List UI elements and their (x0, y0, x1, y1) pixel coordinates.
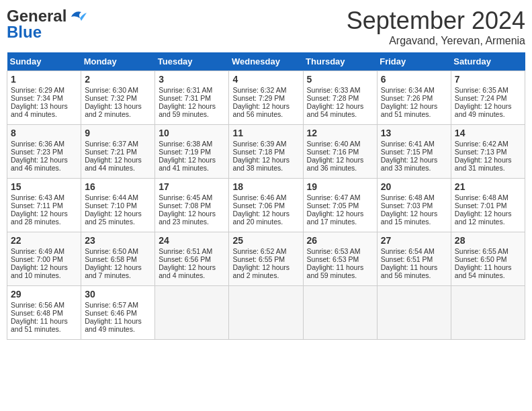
sunset-text: Sunset: 7:13 PM (455, 148, 507, 156)
sunrise-text: Sunrise: 6:29 AM (11, 86, 64, 94)
day-number: 3 (159, 74, 225, 85)
day-number: 20 (381, 181, 447, 192)
day-number: 10 (159, 128, 225, 138)
calendar-cell: 19Sunrise: 6:47 AMSunset: 7:05 PMDayligh… (303, 179, 377, 232)
calendar-cell: 9Sunrise: 6:37 AMSunset: 7:21 PMDaylight… (81, 125, 155, 179)
calendar-cell: 27Sunrise: 6:54 AMSunset: 6:51 PMDayligh… (377, 232, 451, 286)
calendar-week-row: 29Sunrise: 6:56 AMSunset: 6:48 PMDayligh… (7, 286, 525, 340)
sunrise-text: Sunrise: 6:38 AM (159, 140, 212, 148)
sunset-text: Sunset: 7:34 PM (11, 94, 63, 102)
day-number: 18 (232, 181, 299, 192)
sunrise-text: Sunrise: 6:39 AM (232, 140, 286, 148)
sunrise-text: Sunrise: 6:42 AM (455, 140, 508, 148)
calendar-cell: 14Sunrise: 6:42 AMSunset: 7:13 PMDayligh… (451, 125, 525, 179)
calendar-cell: 7Sunrise: 6:35 AMSunset: 7:24 PMDaylight… (451, 71, 525, 125)
sunrise-text: Sunrise: 6:40 AM (307, 140, 361, 148)
calendar-cell: 12Sunrise: 6:40 AMSunset: 7:16 PMDayligh… (303, 125, 377, 179)
calendar-cell: 26Sunrise: 6:53 AMSunset: 6:53 PMDayligh… (303, 232, 377, 286)
sunrise-text: Sunrise: 6:37 AM (85, 140, 138, 148)
sunset-text: Sunset: 7:23 PM (11, 148, 63, 156)
sunset-text: Sunset: 7:00 PM (11, 255, 63, 263)
day-number: 23 (85, 235, 151, 246)
sunrise-text: Sunrise: 6:31 AM (159, 86, 212, 94)
day-number: 8 (11, 128, 77, 138)
calendar-cell: 10Sunrise: 6:38 AMSunset: 7:19 PMDayligh… (155, 125, 229, 179)
page-header: General Blue September 2024 Argavand, Ye… (7, 7, 525, 47)
sunset-text: Sunset: 7:28 PM (307, 94, 359, 102)
calendar-cell: 8Sunrise: 6:36 AMSunset: 7:23 PMDaylight… (7, 125, 81, 179)
day-number: 27 (381, 235, 447, 246)
header-monday: Monday (81, 52, 155, 71)
daylight-text: Daylight: 12 hours and 46 minutes. (11, 156, 68, 172)
sunset-text: Sunset: 7:24 PM (455, 94, 507, 102)
sunrise-text: Sunrise: 6:46 AM (232, 193, 286, 201)
calendar-cell: 21Sunrise: 6:48 AMSunset: 7:01 PMDayligh… (451, 179, 525, 232)
day-number: 24 (159, 235, 225, 246)
calendar-cell: 20Sunrise: 6:48 AMSunset: 7:03 PMDayligh… (377, 179, 451, 232)
calendar-week-row: 1Sunrise: 6:29 AMSunset: 7:34 PMDaylight… (7, 71, 525, 125)
daylight-text: Daylight: 12 hours and 28 minutes. (11, 210, 68, 226)
daylight-text: Daylight: 11 hours and 51 minutes. (11, 317, 68, 333)
sunset-text: Sunset: 6:50 PM (455, 255, 507, 263)
day-number: 11 (232, 128, 299, 138)
daylight-text: Daylight: 12 hours and 4 minutes. (159, 263, 216, 279)
sunrise-text: Sunrise: 6:35 AM (455, 86, 508, 94)
daylight-text: Daylight: 12 hours and 54 minutes. (307, 102, 364, 118)
day-number: 4 (232, 74, 299, 85)
sunset-text: Sunset: 7:06 PM (232, 201, 285, 210)
header-tuesday: Tuesday (155, 52, 229, 71)
sunset-text: Sunset: 7:08 PM (159, 201, 211, 210)
daylight-text: Daylight: 12 hours and 23 minutes. (159, 210, 216, 226)
day-number: 2 (85, 74, 151, 85)
sunset-text: Sunset: 7:21 PM (85, 148, 137, 156)
calendar-cell: 22Sunrise: 6:49 AMSunset: 7:00 PMDayligh… (7, 232, 81, 286)
calendar-header-row: SundayMondayTuesdayWednesdayThursdayFrid… (7, 52, 525, 71)
calendar-cell: 3Sunrise: 6:31 AMSunset: 7:31 PMDaylight… (155, 71, 229, 125)
day-number: 12 (307, 128, 373, 138)
daylight-text: Daylight: 11 hours and 56 minutes. (381, 263, 438, 279)
calendar-week-row: 22Sunrise: 6:49 AMSunset: 7:00 PMDayligh… (7, 232, 525, 286)
daylight-text: Daylight: 12 hours and 15 minutes. (381, 210, 438, 226)
daylight-text: Daylight: 12 hours and 41 minutes. (159, 156, 216, 172)
sunrise-text: Sunrise: 6:53 AM (307, 247, 361, 255)
daylight-text: Daylight: 13 hours and 2 minutes. (85, 102, 142, 118)
day-number: 29 (11, 289, 77, 300)
sunset-text: Sunset: 7:03 PM (381, 201, 433, 210)
sunrise-text: Sunrise: 6:51 AM (159, 247, 212, 255)
sunset-text: Sunset: 7:29 PM (232, 94, 285, 102)
daylight-text: Daylight: 11 hours and 54 minutes. (455, 263, 512, 279)
daylight-text: Daylight: 11 hours and 49 minutes. (85, 317, 142, 333)
calendar-cell: 11Sunrise: 6:39 AMSunset: 7:18 PMDayligh… (229, 125, 303, 179)
calendar-cell (377, 286, 451, 340)
daylight-text: Daylight: 12 hours and 56 minutes. (232, 102, 290, 118)
sunrise-text: Sunrise: 6:52 AM (232, 247, 286, 255)
calendar-cell: 4Sunrise: 6:32 AMSunset: 7:29 PMDaylight… (229, 71, 303, 125)
sunrise-text: Sunrise: 6:43 AM (11, 193, 64, 201)
sunset-text: Sunset: 7:10 PM (85, 201, 137, 210)
header-saturday: Saturday (451, 52, 525, 71)
daylight-text: Daylight: 12 hours and 25 minutes. (85, 210, 142, 226)
daylight-text: Daylight: 12 hours and 44 minutes. (85, 156, 142, 172)
sunset-text: Sunset: 6:58 PM (85, 255, 137, 263)
day-number: 15 (11, 181, 77, 192)
sunrise-text: Sunrise: 6:49 AM (11, 247, 64, 255)
header-wednesday: Wednesday (229, 52, 303, 71)
daylight-text: Daylight: 12 hours and 31 minutes. (455, 156, 512, 172)
sunrise-text: Sunrise: 6:57 AM (85, 301, 138, 309)
daylight-text: Daylight: 12 hours and 10 minutes. (11, 263, 68, 279)
day-number: 21 (455, 181, 521, 192)
daylight-text: Daylight: 11 hours and 59 minutes. (307, 263, 364, 279)
calendar-cell: 24Sunrise: 6:51 AMSunset: 6:56 PMDayligh… (155, 232, 229, 286)
month-title: September 2024 (347, 7, 525, 35)
header-friday: Friday (377, 52, 451, 71)
day-number: 14 (455, 128, 521, 138)
calendar-table: SundayMondayTuesdayWednesdayThursdayFrid… (7, 52, 525, 340)
daylight-text: Daylight: 12 hours and 33 minutes. (381, 156, 438, 172)
day-number: 5 (307, 74, 373, 85)
sunrise-text: Sunrise: 6:30 AM (85, 86, 138, 94)
daylight-text: Daylight: 12 hours and 49 minutes. (455, 102, 512, 118)
logo-blue: Blue (7, 23, 42, 42)
daylight-text: Daylight: 12 hours and 20 minutes. (232, 210, 290, 226)
daylight-text: Daylight: 12 hours and 2 minutes. (232, 263, 290, 279)
day-number: 13 (381, 128, 447, 138)
